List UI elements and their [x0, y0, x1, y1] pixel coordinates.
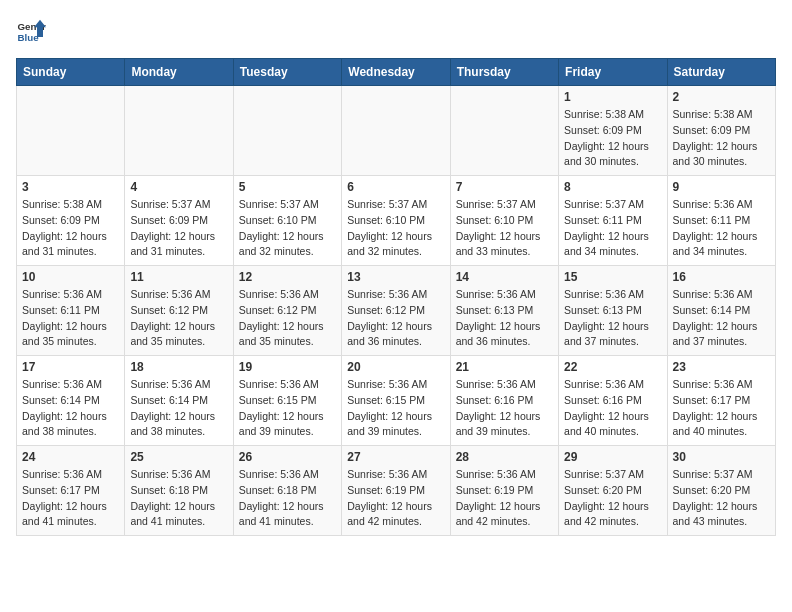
day-number: 4 — [130, 180, 227, 194]
calendar-cell-0-3 — [342, 86, 450, 176]
day-details: Sunrise: 5:37 AM Sunset: 6:11 PM Dayligh… — [564, 197, 661, 260]
day-number: 7 — [456, 180, 553, 194]
day-details: Sunrise: 5:37 AM Sunset: 6:10 PM Dayligh… — [456, 197, 553, 260]
day-details: Sunrise: 5:36 AM Sunset: 6:11 PM Dayligh… — [673, 197, 770, 260]
calendar-cell-3-6: 23Sunrise: 5:36 AM Sunset: 6:17 PM Dayli… — [667, 356, 775, 446]
weekday-header-thursday: Thursday — [450, 59, 558, 86]
day-details: Sunrise: 5:38 AM Sunset: 6:09 PM Dayligh… — [673, 107, 770, 170]
calendar-cell-4-3: 27Sunrise: 5:36 AM Sunset: 6:19 PM Dayli… — [342, 446, 450, 536]
day-number: 25 — [130, 450, 227, 464]
calendar-table: SundayMondayTuesdayWednesdayThursdayFrid… — [16, 58, 776, 536]
day-number: 21 — [456, 360, 553, 374]
calendar-cell-2-6: 16Sunrise: 5:36 AM Sunset: 6:14 PM Dayli… — [667, 266, 775, 356]
day-number: 6 — [347, 180, 444, 194]
day-details: Sunrise: 5:37 AM Sunset: 6:10 PM Dayligh… — [239, 197, 336, 260]
day-details: Sunrise: 5:36 AM Sunset: 6:13 PM Dayligh… — [564, 287, 661, 350]
day-number: 23 — [673, 360, 770, 374]
logo-icon: General Blue — [16, 16, 46, 46]
weekday-header-sunday: Sunday — [17, 59, 125, 86]
calendar-row-4: 24Sunrise: 5:36 AM Sunset: 6:17 PM Dayli… — [17, 446, 776, 536]
calendar-cell-1-6: 9Sunrise: 5:36 AM Sunset: 6:11 PM Daylig… — [667, 176, 775, 266]
day-details: Sunrise: 5:36 AM Sunset: 6:18 PM Dayligh… — [239, 467, 336, 530]
day-number: 5 — [239, 180, 336, 194]
day-details: Sunrise: 5:38 AM Sunset: 6:09 PM Dayligh… — [22, 197, 119, 260]
calendar-cell-0-5: 1Sunrise: 5:38 AM Sunset: 6:09 PM Daylig… — [559, 86, 667, 176]
day-number: 26 — [239, 450, 336, 464]
day-number: 30 — [673, 450, 770, 464]
calendar-cell-1-3: 6Sunrise: 5:37 AM Sunset: 6:10 PM Daylig… — [342, 176, 450, 266]
day-details: Sunrise: 5:36 AM Sunset: 6:14 PM Dayligh… — [673, 287, 770, 350]
day-number: 22 — [564, 360, 661, 374]
day-number: 16 — [673, 270, 770, 284]
day-number: 15 — [564, 270, 661, 284]
calendar-cell-3-1: 18Sunrise: 5:36 AM Sunset: 6:14 PM Dayli… — [125, 356, 233, 446]
day-details: Sunrise: 5:36 AM Sunset: 6:15 PM Dayligh… — [347, 377, 444, 440]
day-details: Sunrise: 5:36 AM Sunset: 6:18 PM Dayligh… — [130, 467, 227, 530]
calendar-cell-1-4: 7Sunrise: 5:37 AM Sunset: 6:10 PM Daylig… — [450, 176, 558, 266]
day-number: 9 — [673, 180, 770, 194]
calendar-cell-2-2: 12Sunrise: 5:36 AM Sunset: 6:12 PM Dayli… — [233, 266, 341, 356]
calendar-cell-1-2: 5Sunrise: 5:37 AM Sunset: 6:10 PM Daylig… — [233, 176, 341, 266]
calendar-cell-3-3: 20Sunrise: 5:36 AM Sunset: 6:15 PM Dayli… — [342, 356, 450, 446]
calendar-cell-4-1: 25Sunrise: 5:36 AM Sunset: 6:18 PM Dayli… — [125, 446, 233, 536]
day-details: Sunrise: 5:36 AM Sunset: 6:11 PM Dayligh… — [22, 287, 119, 350]
calendar-cell-3-5: 22Sunrise: 5:36 AM Sunset: 6:16 PM Dayli… — [559, 356, 667, 446]
calendar-cell-2-1: 11Sunrise: 5:36 AM Sunset: 6:12 PM Dayli… — [125, 266, 233, 356]
day-number: 2 — [673, 90, 770, 104]
day-details: Sunrise: 5:36 AM Sunset: 6:15 PM Dayligh… — [239, 377, 336, 440]
calendar-cell-4-5: 29Sunrise: 5:37 AM Sunset: 6:20 PM Dayli… — [559, 446, 667, 536]
calendar-cell-4-4: 28Sunrise: 5:36 AM Sunset: 6:19 PM Dayli… — [450, 446, 558, 536]
day-number: 3 — [22, 180, 119, 194]
weekday-header-monday: Monday — [125, 59, 233, 86]
calendar-cell-1-5: 8Sunrise: 5:37 AM Sunset: 6:11 PM Daylig… — [559, 176, 667, 266]
day-details: Sunrise: 5:36 AM Sunset: 6:19 PM Dayligh… — [456, 467, 553, 530]
day-details: Sunrise: 5:36 AM Sunset: 6:13 PM Dayligh… — [456, 287, 553, 350]
day-number: 20 — [347, 360, 444, 374]
day-number: 12 — [239, 270, 336, 284]
logo: General Blue — [16, 16, 46, 46]
day-details: Sunrise: 5:36 AM Sunset: 6:17 PM Dayligh… — [673, 377, 770, 440]
calendar-cell-4-0: 24Sunrise: 5:36 AM Sunset: 6:17 PM Dayli… — [17, 446, 125, 536]
day-number: 13 — [347, 270, 444, 284]
day-number: 18 — [130, 360, 227, 374]
calendar-cell-3-2: 19Sunrise: 5:36 AM Sunset: 6:15 PM Dayli… — [233, 356, 341, 446]
weekday-header-tuesday: Tuesday — [233, 59, 341, 86]
day-details: Sunrise: 5:36 AM Sunset: 6:16 PM Dayligh… — [564, 377, 661, 440]
calendar-row-0: 1Sunrise: 5:38 AM Sunset: 6:09 PM Daylig… — [17, 86, 776, 176]
header: General Blue — [16, 16, 776, 46]
day-number: 11 — [130, 270, 227, 284]
day-details: Sunrise: 5:36 AM Sunset: 6:14 PM Dayligh… — [22, 377, 119, 440]
weekday-header-wednesday: Wednesday — [342, 59, 450, 86]
weekday-header-row: SundayMondayTuesdayWednesdayThursdayFrid… — [17, 59, 776, 86]
calendar-cell-1-1: 4Sunrise: 5:37 AM Sunset: 6:09 PM Daylig… — [125, 176, 233, 266]
calendar-cell-0-4 — [450, 86, 558, 176]
day-details: Sunrise: 5:36 AM Sunset: 6:12 PM Dayligh… — [347, 287, 444, 350]
day-number: 14 — [456, 270, 553, 284]
day-number: 24 — [22, 450, 119, 464]
day-details: Sunrise: 5:37 AM Sunset: 6:20 PM Dayligh… — [673, 467, 770, 530]
calendar-cell-4-2: 26Sunrise: 5:36 AM Sunset: 6:18 PM Dayli… — [233, 446, 341, 536]
calendar-cell-2-4: 14Sunrise: 5:36 AM Sunset: 6:13 PM Dayli… — [450, 266, 558, 356]
day-details: Sunrise: 5:37 AM Sunset: 6:09 PM Dayligh… — [130, 197, 227, 260]
day-details: Sunrise: 5:36 AM Sunset: 6:14 PM Dayligh… — [130, 377, 227, 440]
calendar-cell-3-4: 21Sunrise: 5:36 AM Sunset: 6:16 PM Dayli… — [450, 356, 558, 446]
calendar-row-2: 10Sunrise: 5:36 AM Sunset: 6:11 PM Dayli… — [17, 266, 776, 356]
day-details: Sunrise: 5:38 AM Sunset: 6:09 PM Dayligh… — [564, 107, 661, 170]
weekday-header-saturday: Saturday — [667, 59, 775, 86]
calendar-cell-0-1 — [125, 86, 233, 176]
calendar-cell-0-2 — [233, 86, 341, 176]
day-details: Sunrise: 5:36 AM Sunset: 6:12 PM Dayligh… — [130, 287, 227, 350]
day-number: 28 — [456, 450, 553, 464]
calendar-cell-2-0: 10Sunrise: 5:36 AM Sunset: 6:11 PM Dayli… — [17, 266, 125, 356]
day-number: 1 — [564, 90, 661, 104]
day-details: Sunrise: 5:36 AM Sunset: 6:19 PM Dayligh… — [347, 467, 444, 530]
day-number: 27 — [347, 450, 444, 464]
calendar-cell-0-0 — [17, 86, 125, 176]
calendar-cell-2-3: 13Sunrise: 5:36 AM Sunset: 6:12 PM Dayli… — [342, 266, 450, 356]
calendar-cell-3-0: 17Sunrise: 5:36 AM Sunset: 6:14 PM Dayli… — [17, 356, 125, 446]
day-details: Sunrise: 5:37 AM Sunset: 6:10 PM Dayligh… — [347, 197, 444, 260]
calendar-cell-0-6: 2Sunrise: 5:38 AM Sunset: 6:09 PM Daylig… — [667, 86, 775, 176]
day-number: 10 — [22, 270, 119, 284]
day-details: Sunrise: 5:37 AM Sunset: 6:20 PM Dayligh… — [564, 467, 661, 530]
day-number: 19 — [239, 360, 336, 374]
